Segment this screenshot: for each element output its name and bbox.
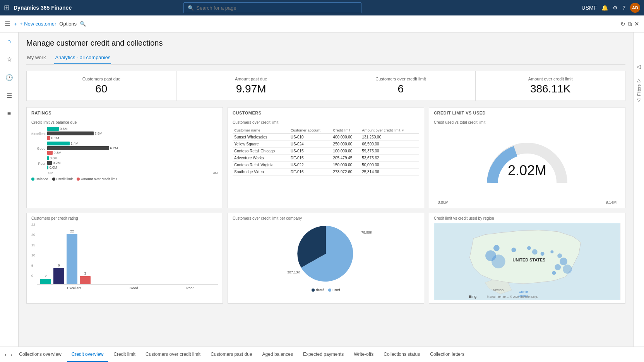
search-input[interactable] bbox=[196, 5, 357, 11]
cr-bar-ex bbox=[40, 279, 51, 284]
svg-text:Gulf of: Gulf of bbox=[519, 290, 528, 294]
toolbar-search-icon[interactable]: 🔍 bbox=[80, 21, 86, 27]
y-15: 15 bbox=[31, 243, 35, 247]
hamburger-icon[interactable]: ☰ bbox=[5, 20, 10, 27]
legend-dot-credit bbox=[52, 178, 55, 181]
bottom-prev-arrow[interactable]: ‹ bbox=[3, 352, 8, 358]
bottom-tab-credit-limit[interactable]: Credit limit bbox=[109, 347, 140, 362]
cr-val-excellent: 2 bbox=[45, 274, 47, 278]
cell-account: US-024 bbox=[289, 141, 332, 148]
cell-over: 50,000.00 bbox=[360, 162, 419, 169]
toolbar-right: ↻ ⧉ ✕ bbox=[620, 20, 639, 27]
search-icon: 🔍 bbox=[188, 5, 194, 11]
gauge-container: 2.02M bbox=[434, 127, 620, 204]
table-row: Southridge Video DE-016 273,972.60 25,31… bbox=[233, 169, 419, 176]
new-customer-button[interactable]: ＋ + New customer bbox=[13, 20, 56, 27]
bar-good-red: 0.3M bbox=[47, 151, 218, 155]
open-new-button[interactable]: ⧉ bbox=[628, 20, 632, 27]
list-icon[interactable]: ≡ bbox=[5, 108, 13, 120]
bar-poor-dark: 0.2M bbox=[47, 161, 218, 165]
bar-pr2-val: 0.0M bbox=[50, 166, 57, 169]
star-icon[interactable]: ☆ bbox=[4, 53, 14, 65]
search-bar[interactable]: 🔍 bbox=[183, 2, 361, 13]
clock-icon[interactable]: 🕐 bbox=[3, 72, 15, 84]
options-button[interactable]: Options bbox=[59, 21, 77, 27]
pie-legend: demf usmf bbox=[312, 288, 340, 292]
app-grid-icon[interactable]: ⊞ bbox=[4, 3, 10, 12]
main-tabs: My work Analytics - all companies bbox=[26, 52, 625, 65]
svg-point-8 bbox=[492, 254, 505, 268]
kpi-row: Customers past due 60 Amount past due 9.… bbox=[26, 71, 625, 101]
kpi-value-0: 60 bbox=[31, 83, 172, 95]
user-avatar[interactable]: AD bbox=[630, 3, 640, 13]
page-title: Manage customer credit and collections bbox=[26, 39, 625, 48]
bottom-tab-collections-overview[interactable]: Collections overview bbox=[14, 347, 66, 362]
settings-icon[interactable]: ⚙ bbox=[613, 5, 618, 11]
bar-gd-val: 6.2M bbox=[110, 146, 118, 150]
cr-bar-good2: 22 bbox=[67, 229, 77, 284]
bar-pr2 bbox=[47, 166, 48, 169]
content-row: ⌂ ☆ 🕐 ☰ ≡ Manage customer credit and col… bbox=[0, 32, 644, 347]
bottom-next-arrow[interactable]: › bbox=[9, 352, 14, 358]
bottom-tab-write-offs[interactable]: Write-offs bbox=[349, 347, 378, 362]
label-excellent: Excellent bbox=[31, 130, 46, 138]
bottom-tab-customers-over-credit[interactable]: Customers over credit limit bbox=[141, 347, 205, 362]
table-row: Contoso Retail Chicago US-015 100,000.00… bbox=[233, 148, 419, 155]
left-nav: ⌂ ☆ 🕐 ☰ ≡ bbox=[0, 32, 19, 347]
help-icon[interactable]: ? bbox=[622, 5, 625, 11]
customers-card: CUSTOMERS Customers over credit limit Cu… bbox=[228, 107, 424, 208]
bottom-tab-expected-payments[interactable]: Expected payments bbox=[298, 347, 348, 362]
bell-icon[interactable]: 🔔 bbox=[601, 5, 608, 11]
bottom-tab-aged-balances[interactable]: Aged balances bbox=[258, 347, 298, 362]
filter-arrow-down[interactable]: ▽ bbox=[637, 97, 641, 103]
bottom-tab-collections-status[interactable]: Collections status bbox=[379, 347, 425, 362]
close-button[interactable]: ✕ bbox=[634, 20, 639, 27]
cell-account: US-015 bbox=[289, 148, 332, 155]
bar-pg-val: 0.0M bbox=[50, 156, 58, 160]
filter-arrow-up[interactable]: △ bbox=[637, 77, 641, 83]
bar-pg bbox=[47, 156, 49, 160]
document-icon[interactable]: ☰ bbox=[4, 90, 14, 102]
cr-y-axis: 22 20 15 10 5 0 bbox=[31, 223, 37, 285]
ratings-title: RATINGS bbox=[27, 108, 223, 117]
bar-eg bbox=[47, 127, 59, 131]
pie-label-1: 78.99K bbox=[361, 231, 372, 234]
tab-my-work[interactable]: My work bbox=[26, 52, 46, 64]
customers-title: CUSTOMERS bbox=[228, 108, 424, 117]
collapse-arrow[interactable]: ◁ bbox=[637, 63, 641, 70]
bar-gg-val: 1.4M bbox=[71, 142, 79, 145]
filters-label[interactable]: Filters bbox=[637, 84, 641, 96]
cell-name: Southridge Video bbox=[233, 169, 289, 176]
gauge-value: 2.02M bbox=[508, 162, 546, 179]
app-name: Dynamics 365 Finance bbox=[14, 5, 72, 11]
cr-bar-good1: 6 bbox=[53, 263, 64, 284]
bar-er-val: 0.1M bbox=[51, 136, 59, 140]
bottom-tab-customers-past-due[interactable]: Customers past due bbox=[206, 347, 257, 362]
map-area[interactable]: Gulf of Mexico MEXICO UNITED STATES bbox=[434, 223, 620, 300]
cell-over: 66,500.00 bbox=[360, 141, 419, 148]
svg-point-13 bbox=[550, 250, 553, 253]
home-icon[interactable]: ⌂ bbox=[5, 36, 14, 47]
pie-subtitle: Customers over credit limit per company bbox=[233, 216, 419, 220]
cell-over: 25,314.36 bbox=[360, 169, 419, 176]
tab-analytics[interactable]: Analytics - all companies bbox=[54, 52, 111, 64]
cell-account: DE-015 bbox=[289, 155, 332, 162]
refresh-button[interactable]: ↻ bbox=[620, 20, 625, 27]
pie-container: 78.99K 307.13K demf usmf bbox=[233, 223, 419, 292]
svg-point-11 bbox=[532, 249, 538, 254]
legend-label-balance: Balance bbox=[36, 177, 48, 181]
bottom-tab-credit-overview[interactable]: Credit overview bbox=[67, 347, 108, 362]
y-20: 20 bbox=[31, 233, 35, 237]
kpi-label-3: Amount over credit limit bbox=[480, 77, 621, 81]
col-over: Amount over credit limit ▼ bbox=[360, 127, 419, 134]
customers-table: Customer name Customer account Credit li… bbox=[233, 127, 419, 176]
legend-dot-over bbox=[77, 178, 80, 181]
label-good: Good bbox=[31, 145, 46, 153]
sort-icon[interactable]: ▼ bbox=[401, 129, 404, 132]
legend-over: Amount over credit limit bbox=[77, 177, 117, 181]
map-inner: Credit limit vs credit used by region G bbox=[429, 213, 625, 303]
dashboard-grid: RATINGS Credit limit vs balance due Exce… bbox=[26, 107, 625, 304]
new-customer-label: + New customer bbox=[20, 21, 56, 27]
bottom-tab-collection-letters[interactable]: Collection letters bbox=[425, 347, 469, 362]
plus-icon: ＋ bbox=[13, 20, 18, 27]
